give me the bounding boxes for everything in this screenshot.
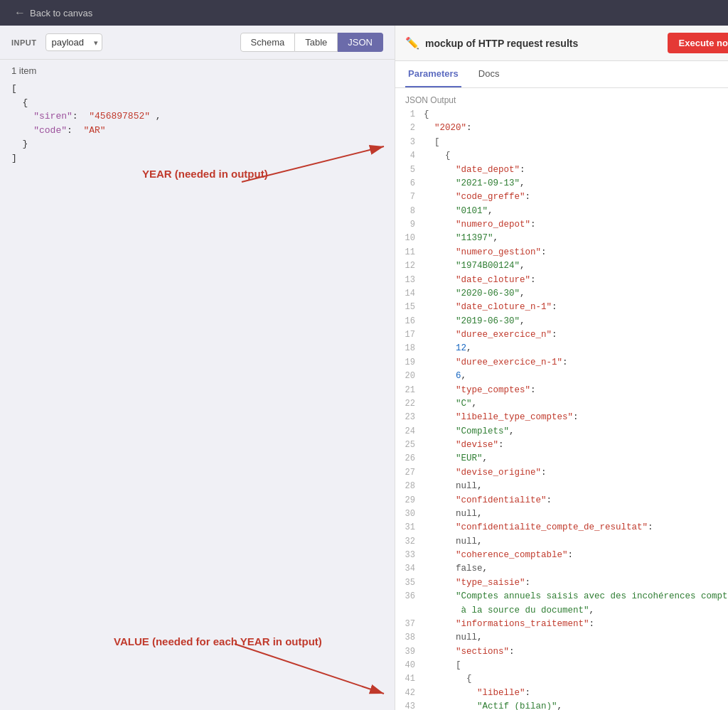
- json-output-label: JSON Output: [395, 88, 728, 108]
- code-line-15: 15 "date_cloture_n-1":: [395, 301, 728, 314]
- code-line-16: 16 "2019-06-30",: [395, 315, 728, 328]
- code-line-4: 4 {: [395, 149, 728, 163]
- right-panel: ✏️ mockup of HTTP request results Execut…: [395, 26, 728, 710]
- code-block[interactable]: 1{ 2 "2020": 3 [ 4 { 5 "date_depot": 6 "…: [395, 108, 728, 710]
- code-line-3: 3 [: [395, 136, 728, 149]
- code-line-6: 6 "2021-09-13",: [395, 177, 728, 190]
- code-line-1: 1{: [395, 108, 728, 122]
- code-line-7: 7 "code_greffe":: [395, 190, 728, 204]
- back-label: Back to canvas: [30, 8, 92, 18]
- code-line-8: 8 "0101",: [395, 205, 728, 218]
- code-line-5: 5 "date_depot":: [395, 163, 728, 177]
- code-line-36: 36 "Comptes annuels saisis avec des inco…: [395, 590, 728, 603]
- code-line-2: 2 "2020":: [395, 122, 728, 135]
- panel-header: ✏️ mockup of HTTP request results Execut…: [395, 26, 728, 61]
- code-line-27: 27 "devise_origine":: [395, 466, 728, 480]
- code-line-24: 24 "Complets",: [395, 425, 728, 439]
- code-line-28: 28 null,: [395, 480, 728, 493]
- table-tab[interactable]: Table: [295, 33, 338, 52]
- code-line-34: 34 false,: [395, 562, 728, 576]
- code-line-20: 20 6,: [395, 370, 728, 383]
- code-line-11: 11 "numero_gestion":: [395, 246, 728, 259]
- json-display: [ { "siren": "456897852" , "code": "AR" …: [0, 82, 395, 176]
- code-line-21: 21 "type_comptes":: [395, 384, 728, 397]
- panel-tabs: Parameters Docs ⚙: [395, 61, 728, 88]
- execute-button[interactable]: Execute node: [668, 33, 728, 53]
- code-line-29: 29 "confidentialite":: [395, 494, 728, 507]
- main-layout: INPUT payload Schema Table JSON 1 item […: [0, 26, 728, 710]
- code-line-22: 22 "C",: [395, 397, 728, 411]
- code-line-40: 40 [: [395, 659, 728, 672]
- code-line-36b: à la source du document",: [395, 604, 728, 618]
- code-line-17: 17 "duree_exercice_n":: [395, 328, 728, 342]
- code-line-26: 26 "EUR",: [395, 452, 728, 466]
- code-line-33: 33 "coherence_comptable":: [395, 549, 728, 562]
- code-line-37: 37 "informations_traitement":: [395, 618, 728, 631]
- top-bar: ← Back to canvas: [0, 0, 728, 26]
- svg-line-3: [235, 644, 384, 694]
- view-tabs: Schema Table JSON: [240, 33, 383, 52]
- code-line-14: 14 "2020-06-30",: [395, 287, 728, 301]
- code-line-18: 18 12,: [395, 342, 728, 355]
- code-line-10: 10 "11397",: [395, 232, 728, 245]
- code-line-41: 41 {: [395, 672, 728, 686]
- item-count: 1 item: [0, 60, 395, 82]
- select-wrapper: payload: [46, 33, 102, 51]
- left-header: INPUT payload Schema Table JSON: [0, 26, 395, 60]
- payload-select[interactable]: payload: [46, 33, 102, 51]
- left-panel: INPUT payload Schema Table JSON 1 item […: [0, 26, 395, 710]
- parameters-tab[interactable]: Parameters: [405, 61, 461, 87]
- code-line-19: 19 "duree_exercice_n-1":: [395, 356, 728, 370]
- code-line-43: 43 "Actif (bilan)",: [395, 700, 728, 710]
- year-annotation: YEAR (needed in output): [142, 168, 268, 180]
- back-button[interactable]: ← Back to canvas: [9, 4, 98, 22]
- code-line-31: 31 "confidentialite_compte_de_resultat":: [395, 521, 728, 534]
- code-line-32: 32 null,: [395, 535, 728, 549]
- schema-tab[interactable]: Schema: [240, 33, 296, 52]
- code-line-12: 12 "1974B00124",: [395, 259, 728, 273]
- code-line-30: 30 null,: [395, 507, 728, 521]
- panel-title-text: mockup of HTTP request results: [425, 38, 578, 49]
- panel-title: ✏️ mockup of HTTP request results: [405, 36, 578, 50]
- json-tab[interactable]: JSON: [338, 33, 383, 52]
- docs-tab[interactable]: Docs: [476, 61, 503, 87]
- value-annotation: VALUE (needed for each YEAR in output): [114, 635, 322, 647]
- pencil-icon: ✏️: [405, 36, 419, 50]
- code-line-13: 13 "date_cloture":: [395, 274, 728, 287]
- input-label: INPUT: [11, 38, 37, 47]
- code-line-38: 38 null,: [395, 631, 728, 645]
- code-line-23: 23 "libelle_type_comptes":: [395, 411, 728, 424]
- code-line-9: 9 "numero_depot":: [395, 218, 728, 232]
- code-line-35: 35 "type_saisie":: [395, 576, 728, 590]
- back-arrow-icon: ←: [14, 6, 26, 19]
- code-line-25: 25 "devise":: [395, 439, 728, 452]
- code-line-42: 42 "libelle":: [395, 687, 728, 700]
- code-line-39: 39 "sections":: [395, 645, 728, 659]
